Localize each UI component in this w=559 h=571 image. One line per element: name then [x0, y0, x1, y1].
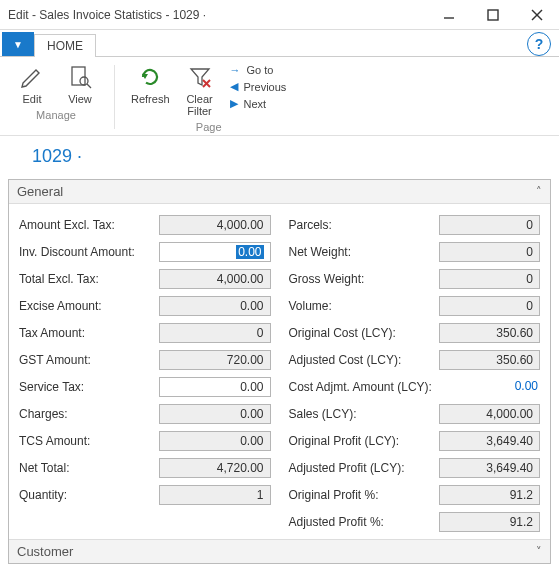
close-button[interactable]: [515, 0, 559, 30]
tcs-field[interactable]: 0.00: [159, 431, 271, 451]
goto-button[interactable]: → Go to: [228, 63, 289, 77]
panel-customer-header[interactable]: Customer ˅: [9, 539, 550, 563]
volume-label: Volume:: [289, 299, 439, 313]
volume-field[interactable]: 0: [439, 296, 541, 316]
svg-rect-1: [488, 10, 498, 20]
adj-profit-field[interactable]: 3,649.40: [439, 458, 541, 478]
adj-cost-label: Adjusted Cost (LCY):: [289, 353, 439, 367]
parcels-field[interactable]: 0: [439, 215, 541, 235]
svg-line-6: [87, 84, 91, 88]
ribbon-tabs: ▼ HOME ?: [0, 30, 559, 56]
refresh-icon: [136, 63, 164, 91]
adj-profit-label: Adjusted Profit (LCY):: [289, 461, 439, 475]
net-weight-field[interactable]: 0: [439, 242, 541, 262]
refresh-button[interactable]: Refresh: [129, 61, 172, 119]
arrow-right-icon: →: [230, 64, 241, 76]
edit-button[interactable]: Edit: [12, 61, 52, 107]
amount-excl-tax-field[interactable]: 4,000.00: [159, 215, 271, 235]
triangle-right-icon: ▶: [230, 97, 238, 110]
cost-adjmt-field[interactable]: 0.00: [439, 377, 541, 397]
maximize-button[interactable]: [471, 0, 515, 30]
triangle-left-icon: ◀: [230, 80, 238, 93]
window-title: Edit - Sales Invoice Statistics - 1029 ·: [8, 8, 427, 22]
svg-rect-4: [72, 67, 85, 85]
orig-profit-pct-field[interactable]: 91.2: [439, 485, 541, 505]
panel-general-title: General: [17, 184, 63, 199]
orig-cost-label: Original Cost (LCY):: [289, 326, 439, 340]
adj-profit-pct-label: Adjusted Profit %:: [289, 515, 439, 529]
previous-label: Previous: [244, 81, 287, 93]
titlebar: Edit - Sales Invoice Statistics - 1029 ·: [0, 0, 559, 30]
quantity-field[interactable]: 1: [159, 485, 271, 505]
group-manage-label: Manage: [36, 109, 76, 121]
help-icon[interactable]: ?: [527, 32, 551, 56]
panel-general-header[interactable]: General ˄: [9, 180, 550, 204]
panels: General ˄ Amount Excl. Tax:4,000.00 Inv.…: [8, 179, 551, 564]
tcs-label: TCS Amount:: [19, 434, 159, 448]
minimize-button[interactable]: [427, 0, 471, 30]
total-excl-tax-label: Total Excl. Tax:: [19, 272, 159, 286]
orig-profit-pct-label: Original Profit %:: [289, 488, 439, 502]
gross-weight-field[interactable]: 0: [439, 269, 541, 289]
tax-amount-field[interactable]: 0: [159, 323, 271, 343]
document-search-icon: [66, 63, 94, 91]
charges-label: Charges:: [19, 407, 159, 421]
previous-button[interactable]: ◀ Previous: [228, 79, 289, 94]
service-tax-field[interactable]: 0.00: [159, 377, 271, 397]
next-label: Next: [244, 98, 267, 110]
pencil-icon: [18, 63, 46, 91]
general-left-column: Amount Excl. Tax:4,000.00 Inv. Discount …: [19, 214, 271, 533]
excise-field[interactable]: 0.00: [159, 296, 271, 316]
orig-profit-label: Original Profit (LCY):: [289, 434, 439, 448]
net-weight-label: Net Weight:: [289, 245, 439, 259]
adj-cost-field[interactable]: 350.60: [439, 350, 541, 370]
net-total-label: Net Total:: [19, 461, 159, 475]
tax-amount-label: Tax Amount:: [19, 326, 159, 340]
panel-customer-title: Customer: [17, 544, 73, 559]
net-total-field[interactable]: 4,720.00: [159, 458, 271, 478]
gross-weight-label: Gross Weight:: [289, 272, 439, 286]
panel-general-body: Amount Excl. Tax:4,000.00 Inv. Discount …: [9, 204, 550, 539]
funnel-clear-icon: [186, 63, 214, 91]
svg-point-5: [80, 77, 88, 85]
charges-field[interactable]: 0.00: [159, 404, 271, 424]
record-number: 1029 ·: [0, 136, 559, 173]
group-page: Refresh Clear Filter → Go to ◀ Previous …: [123, 61, 294, 133]
chevron-up-icon: ˄: [536, 185, 542, 198]
parcels-label: Parcels:: [289, 218, 439, 232]
clear-filter-button[interactable]: Clear Filter: [180, 61, 220, 119]
group-page-label: Page: [196, 121, 222, 133]
general-right-column: Parcels:0 Net Weight:0 Gross Weight:0 Vo…: [289, 214, 541, 533]
tab-home[interactable]: HOME: [34, 34, 96, 57]
adj-profit-pct-field[interactable]: 91.2: [439, 512, 541, 532]
view-button[interactable]: View: [60, 61, 100, 107]
goto-label: Go to: [247, 64, 274, 76]
gst-field[interactable]: 720.00: [159, 350, 271, 370]
quantity-label: Quantity:: [19, 488, 159, 502]
gst-label: GST Amount:: [19, 353, 159, 367]
app-menu-button[interactable]: ▼: [2, 32, 34, 56]
ribbon: Edit View Manage Refresh Clear Filter → …: [0, 56, 559, 136]
excise-label: Excise Amount:: [19, 299, 159, 313]
view-label: View: [68, 93, 92, 105]
amount-excl-tax-label: Amount Excl. Tax:: [19, 218, 159, 232]
clear-filter-label: Clear Filter: [186, 93, 212, 117]
cost-adjmt-label: Cost Adjmt. Amount (LCY):: [289, 380, 439, 394]
orig-profit-field[interactable]: 3,649.40: [439, 431, 541, 451]
refresh-label: Refresh: [131, 93, 170, 105]
inv-discount-field[interactable]: 0.00: [159, 242, 271, 262]
service-tax-label: Service Tax:: [19, 380, 159, 394]
inv-discount-label: Inv. Discount Amount:: [19, 245, 159, 259]
edit-label: Edit: [23, 93, 42, 105]
group-manage: Edit View Manage: [6, 61, 106, 133]
separator: [114, 65, 115, 129]
total-excl-tax-field[interactable]: 4,000.00: [159, 269, 271, 289]
sales-field[interactable]: 4,000.00: [439, 404, 541, 424]
next-button[interactable]: ▶ Next: [228, 96, 289, 111]
orig-cost-field[interactable]: 350.60: [439, 323, 541, 343]
chevron-down-icon: ˅: [536, 545, 542, 558]
sales-label: Sales (LCY):: [289, 407, 439, 421]
